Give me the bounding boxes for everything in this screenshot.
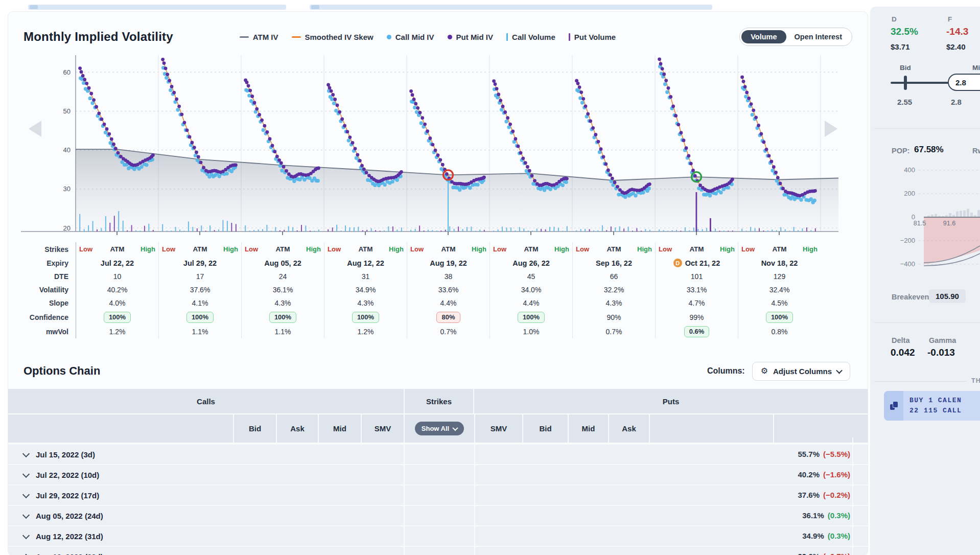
show-all-button[interactable]: Show All: [415, 422, 464, 435]
chevron-down-icon: [22, 511, 30, 518]
chain-expiry-row[interactable]: Jul 29, 2022 (17d)37.6%(−0.2%): [8, 484, 868, 505]
chain-expiry-row[interactable]: Aug 12, 2022 (31d)34.9%(0.3%): [8, 525, 868, 546]
strike-low-label: Low: [493, 245, 506, 253]
dte-cell: 45: [489, 270, 572, 283]
volume-oi-toggle[interactable]: Volume Open Interest: [739, 28, 852, 46]
svg-text:81.5: 81.5: [914, 220, 926, 227]
slider-mid-value: 2.8: [951, 98, 962, 106]
divider: [874, 381, 966, 382]
row-label: Strikes: [8, 245, 76, 253]
vol-value: 37.6%: [190, 286, 211, 294]
expiry-row-toggle[interactable]: Aug 05, 2022 (24d): [8, 512, 233, 520]
mwvol-value: 0.8%: [772, 328, 788, 336]
dte-cell: 24: [241, 270, 324, 283]
strikes-group-header: Strikes: [404, 389, 474, 413]
dte-cell: 66: [572, 270, 655, 283]
slope-cell: 4.3%: [324, 296, 407, 310]
strikes-cell: LowATMHigh: [655, 242, 738, 256]
legend-label: Call Mid IV: [395, 33, 434, 41]
expiry-row-toggle[interactable]: Aug 12, 2022 (31d): [8, 532, 233, 541]
expiry-date: Jul 22, 22: [101, 259, 134, 267]
expiry-date: Nov 18, 22: [761, 259, 798, 267]
slope-cell: 4.4%: [489, 296, 572, 310]
row-label: Slope: [8, 299, 76, 307]
dte-value: 38: [445, 272, 453, 281]
show-all-label: Show All: [422, 425, 449, 432]
copy-trade-button[interactable]: [884, 391, 903, 421]
strike-high-label: High: [306, 245, 321, 253]
adjust-columns-button[interactable]: ⚙ Adjust Columns: [752, 362, 850, 381]
expiry-row-toggle[interactable]: Aug 19, 2022 (38d): [8, 552, 233, 555]
expiry-row-toggle[interactable]: Jul 22, 2022 (10d): [8, 471, 233, 479]
strike-atm-label: ATM: [524, 245, 538, 253]
legend-item-put-mid-iv: Put Mid IV: [448, 33, 494, 41]
chevron-down-icon: [22, 491, 30, 498]
expiry-iv-value: 33.6%: [798, 552, 820, 555]
adjust-columns-label: Adjust Columns: [773, 367, 832, 376]
slope-cell: 4.4%: [407, 296, 489, 310]
legend-item-put-volume: Put Volume: [569, 33, 616, 41]
expiry-iv-value: 55.7%: [798, 450, 820, 458]
options-chain-table: CallsStrikesPutsBidAskMidSMVShow AllSMVB…: [8, 389, 868, 555]
slope-cell: 4.1%: [158, 296, 241, 310]
strike-high-label: High: [223, 245, 238, 253]
put-col-ask: Ask: [608, 414, 649, 443]
toggle-volume[interactable]: Volume: [741, 30, 786, 44]
strikes-cell: LowATMHigh: [241, 242, 324, 256]
strike-atm-label: ATM: [358, 245, 372, 253]
slope-cell: 4.3%: [241, 296, 324, 310]
confidence-badge: 100%: [186, 312, 214, 323]
price-slider-value-pill[interactable]: 2.8: [948, 74, 980, 91]
columns-control: Columns: ⚙ Adjust Columns: [707, 362, 850, 381]
expiry-row-expiry: ExpiryJul 22, 22Jul 29, 22Aug 05, 22Aug …: [8, 256, 868, 270]
expiry-row-toggle[interactable]: Jul 29, 2022 (17d): [8, 491, 233, 500]
expiry-cell: Nov 18, 22: [738, 256, 821, 270]
strikes-cell: LowATMHigh: [324, 242, 407, 256]
put-col-bid: Bid: [522, 414, 568, 443]
expiry-row-label: Aug 05, 2022 (24d): [36, 512, 103, 520]
row-label: mwVol: [8, 328, 76, 336]
chevron-down-icon: [22, 531, 30, 539]
strike-atm-label: ATM: [441, 245, 455, 253]
confidence-cell: 100%: [241, 310, 324, 325]
volatility-cell: 37.6%: [158, 283, 241, 296]
expiry-row-toggle[interactable]: Jul 15, 2022 (3d): [8, 450, 233, 459]
chain-expiry-row[interactable]: Aug 19, 2022 (38d)33.6%(−0.7%): [8, 546, 868, 555]
chain-expiry-row[interactable]: Aug 05, 2022 (24d)36.1%(0.3%): [8, 505, 868, 525]
trade-line1: BUY 1 CALEN: [909, 396, 980, 406]
expiry-row-slope: Slope4.0%4.1%4.3%4.3%4.4%4.4%4.3%4.7%4.5…: [8, 296, 868, 310]
expiry-date: Jul 29, 22: [183, 259, 217, 267]
strike-low-label: Low: [245, 245, 258, 253]
quote-col1-sub: $3.71: [891, 42, 910, 51]
confidence-badge: 100%: [766, 312, 793, 323]
gamma-label: Gamma: [929, 336, 956, 344]
expiry-cell: Sep 16, 22: [572, 256, 655, 270]
chevron-down-icon: [836, 367, 843, 374]
chain-expiry-row[interactable]: Jul 22, 2022 (10d)40.2%(−1.6%): [8, 464, 868, 484]
strike-high-label: High: [389, 245, 404, 253]
expiry-iv-change: (−5.5%): [823, 450, 850, 458]
row-label: DTE: [8, 272, 76, 281]
trade-suggestion-box[interactable]: BUY 1 CALEN 22 115 CALL: [884, 391, 980, 421]
chart-prev-arrow[interactable]: [29, 121, 41, 137]
expiry-date: Aug 19, 22: [430, 259, 467, 267]
expiry-iv-value: 37.6%: [798, 491, 820, 499]
vol-value: 34.0%: [521, 286, 542, 294]
mwvol-value: 1.2%: [109, 328, 126, 336]
trade-line2: 22 115 CALL: [909, 406, 980, 416]
confidence-value: 99%: [689, 313, 704, 321]
vol-value: 33.6%: [438, 286, 459, 294]
row-label: Confidence: [8, 313, 76, 321]
expiry-iv-value: 34.9%: [802, 531, 824, 540]
slope-value: 4.0%: [109, 299, 126, 307]
strike-high-label: High: [637, 245, 652, 253]
price-slider-handle[interactable]: [904, 76, 907, 90]
chart-next-arrow[interactable]: [825, 121, 837, 137]
svg-text:200: 200: [904, 190, 915, 197]
chain-expiry-row[interactable]: Jul 15, 2022 (3d)55.7%(−5.5%): [8, 444, 868, 464]
confidence-cell: 99%: [655, 310, 738, 325]
toggle-open-interest[interactable]: Open Interest: [786, 30, 850, 44]
calls-group-header: Calls: [8, 397, 404, 406]
call-col-smv: SMV: [361, 414, 404, 443]
strikes-cell: LowATMHigh: [738, 242, 821, 256]
